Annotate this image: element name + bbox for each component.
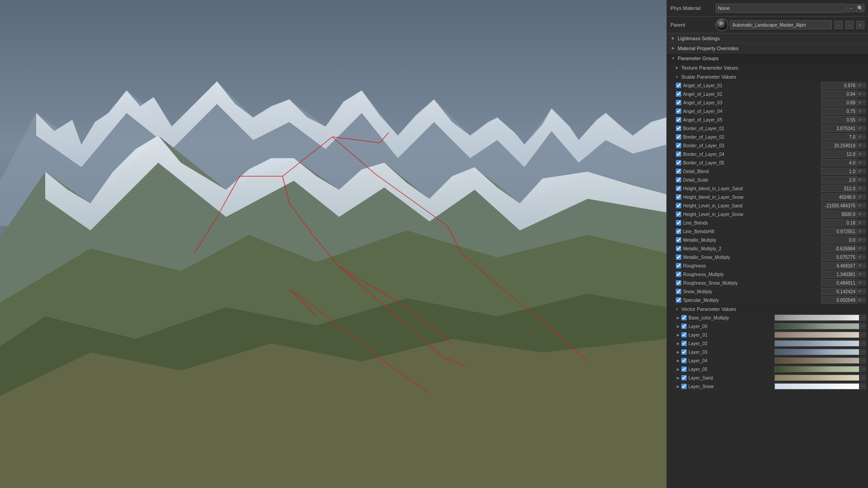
scalar-param-extra-btn[interactable]: ⋯ (862, 160, 866, 166)
scalar-param-reset-btn[interactable]: ↺ (858, 134, 862, 140)
scalar-param-value-input[interactable] (821, 296, 857, 304)
vector-param-checkbox[interactable] (681, 315, 687, 320)
scalar-param-extra-btn[interactable]: ⋯ (862, 91, 866, 97)
vector-param-checkbox[interactable] (681, 324, 687, 329)
scalar-param-reset-btn[interactable]: ↺ (858, 82, 862, 89)
scalar-param-value-input[interactable] (821, 133, 857, 141)
scalar-param-value-input[interactable] (821, 271, 857, 278)
scalar-param-extra-btn[interactable]: ⋯ (862, 202, 866, 209)
scalar-param-value-input[interactable] (821, 288, 857, 295)
scalar-param-extra-btn[interactable]: ⋯ (862, 177, 866, 183)
vector-param-extra-btn[interactable]: ⋯ (860, 357, 866, 364)
scalar-param-reset-btn[interactable]: ↺ (858, 254, 862, 260)
scalar-param-value-input[interactable] (821, 150, 857, 158)
scalar-param-extra-btn[interactable]: ⋯ (862, 125, 866, 131)
scalar-param-checkbox[interactable] (676, 297, 681, 303)
viewport[interactable] (0, 0, 666, 488)
scalar-param-value-input[interactable] (821, 236, 857, 244)
scalar-param-checkbox[interactable] (676, 254, 681, 260)
vector-color-bar[interactable] (774, 323, 859, 329)
vector-param-expand-btn[interactable]: ▶ (676, 324, 680, 328)
scalar-param-checkbox[interactable] (676, 194, 681, 200)
vector-param-extra-btn[interactable]: ⋯ (860, 332, 866, 338)
scalar-param-reset-btn[interactable]: ↺ (858, 125, 862, 131)
scalar-param-reset-btn[interactable]: ↺ (858, 245, 862, 252)
texture-params-header[interactable]: ▶ Texture Parameter Values (667, 63, 868, 72)
scalar-param-reset-btn[interactable]: ↺ (858, 108, 862, 114)
scalar-param-checkbox[interactable] (676, 83, 681, 88)
phys-material-search-btn[interactable]: 🔍 (856, 4, 864, 12)
scalar-param-value-input[interactable] (821, 211, 857, 218)
scalar-param-extra-btn[interactable]: ⋯ (862, 168, 866, 174)
vector-param-extra-btn[interactable]: ⋯ (860, 349, 866, 355)
vector-param-expand-btn[interactable]: ▶ (676, 358, 680, 363)
scalar-param-checkbox[interactable] (676, 143, 681, 148)
params-scroll-area[interactable]: ▼ Parameter Groups ▶ Texture Parameter V… (667, 53, 868, 488)
scalar-param-value-input[interactable] (821, 82, 857, 89)
scalar-param-reset-btn[interactable]: ↺ (858, 271, 862, 277)
vector-color-bar[interactable] (774, 314, 859, 321)
scalar-param-extra-btn[interactable]: ⋯ (862, 254, 866, 260)
parameter-groups-header[interactable]: ▼ Parameter Groups (667, 53, 868, 63)
vector-param-expand-btn[interactable]: ▶ (676, 341, 680, 346)
phys-material-back-btn[interactable]: ← (847, 4, 855, 12)
scalar-param-value-input[interactable] (821, 185, 857, 192)
scalar-param-reset-btn[interactable]: ↺ (858, 288, 862, 295)
scalar-param-checkbox[interactable] (676, 126, 681, 131)
scalar-param-extra-btn[interactable]: ⋯ (862, 99, 866, 106)
scalar-param-reset-btn[interactable]: ↺ (858, 263, 862, 269)
vector-param-expand-btn[interactable]: ▶ (676, 367, 680, 371)
scalar-param-checkbox[interactable] (676, 229, 681, 234)
scalar-param-reset-btn[interactable]: ↺ (858, 194, 862, 200)
vector-param-extra-btn[interactable]: ⋯ (860, 383, 866, 389)
scalar-param-reset-btn[interactable]: ↺ (858, 168, 862, 174)
scalar-param-checkbox[interactable] (676, 151, 681, 157)
scalar-param-checkbox[interactable] (676, 108, 681, 114)
vector-param-extra-btn[interactable]: ⋯ (860, 375, 866, 381)
scalar-param-extra-btn[interactable]: ⋯ (862, 228, 866, 235)
vector-param-checkbox[interactable] (681, 384, 687, 389)
scalar-param-value-input[interactable] (821, 159, 857, 166)
scalar-param-value-input[interactable] (821, 245, 857, 252)
vector-color-bar[interactable] (774, 332, 859, 338)
vector-param-expand-btn[interactable]: ▶ (676, 350, 680, 354)
scalar-params-header[interactable]: ▼ Scalar Parameter Values (667, 72, 868, 81)
scalar-param-value-input[interactable] (821, 168, 857, 175)
scalar-param-reset-btn[interactable]: ↺ (858, 202, 862, 209)
scalar-param-extra-btn[interactable]: ⋯ (862, 194, 866, 200)
scalar-param-reset-btn[interactable]: ↺ (858, 228, 862, 235)
scalar-param-value-input[interactable] (821, 90, 857, 98)
scalar-param-extra-btn[interactable]: ⋯ (862, 82, 866, 89)
scalar-param-extra-btn[interactable]: ⋯ (862, 108, 866, 114)
scalar-param-checkbox[interactable] (676, 160, 681, 165)
vector-param-expand-btn[interactable]: ▶ (676, 375, 680, 380)
vector-color-bar[interactable] (774, 383, 859, 389)
scalar-param-reset-btn[interactable]: ↺ (858, 117, 862, 123)
vector-param-checkbox[interactable] (681, 341, 687, 346)
scalar-param-checkbox[interactable] (676, 134, 681, 140)
scalar-param-checkbox[interactable] (676, 117, 681, 122)
vector-param-expand-btn[interactable]: ▶ (676, 333, 680, 337)
scalar-param-reset-btn[interactable]: ↺ (858, 151, 862, 157)
scalar-param-checkbox[interactable] (676, 186, 681, 191)
scalar-param-checkbox[interactable] (676, 220, 681, 225)
vector-color-bar[interactable] (774, 340, 859, 347)
scalar-param-extra-btn[interactable]: ⋯ (862, 297, 866, 303)
scalar-param-value-input[interactable] (821, 219, 857, 226)
scalar-param-extra-btn[interactable]: ⋯ (862, 134, 866, 140)
scalar-param-reset-btn[interactable]: ↺ (858, 142, 862, 149)
vector-param-checkbox[interactable] (681, 358, 687, 363)
scalar-param-checkbox[interactable] (676, 263, 681, 268)
vector-color-bar[interactable] (774, 357, 859, 364)
scalar-param-reset-btn[interactable]: ↺ (858, 220, 862, 226)
scalar-param-reset-btn[interactable]: ↺ (858, 91, 862, 97)
scalar-param-reset-btn[interactable]: ↺ (858, 177, 862, 183)
scalar-param-value-input[interactable] (821, 193, 857, 201)
scalar-param-extra-btn[interactable]: ⋯ (862, 142, 866, 149)
scalar-param-checkbox[interactable] (676, 272, 681, 277)
vector-color-bar[interactable] (774, 349, 859, 355)
scalar-param-value-input[interactable] (821, 279, 857, 286)
vector-color-bar[interactable] (774, 366, 859, 372)
scalar-param-value-input[interactable] (821, 108, 857, 115)
scalar-param-value-input[interactable] (821, 253, 857, 261)
